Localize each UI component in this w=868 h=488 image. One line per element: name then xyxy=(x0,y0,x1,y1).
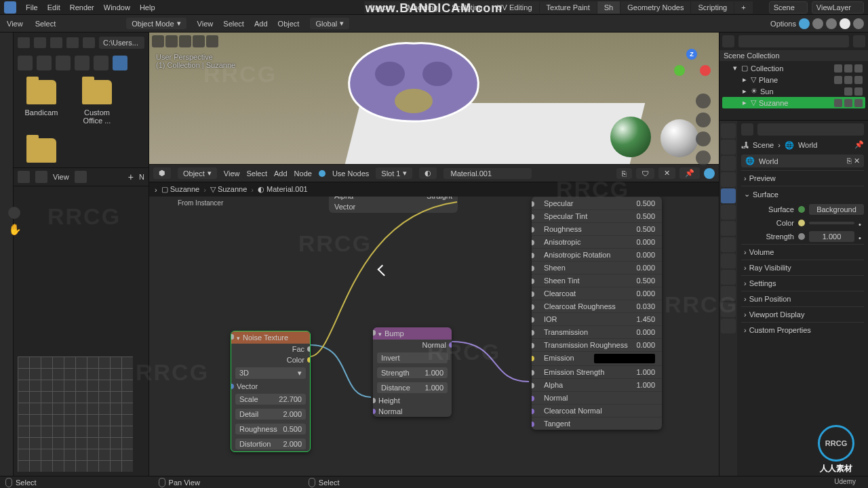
slot-selector[interactable]: Slot 1▾ xyxy=(376,167,412,179)
tab-sculpting[interactable]: Sculpting xyxy=(445,1,489,14)
node-editor-type[interactable]: ⬢ xyxy=(153,167,171,179)
tool-select-circle-icon[interactable] xyxy=(179,35,191,47)
tab-uv[interactable]: UV Editing xyxy=(490,1,539,14)
scene-collection-row[interactable]: Scene Collection xyxy=(719,50,868,61)
image-new-button[interactable]: + xyxy=(128,171,134,182)
editor-type-icon[interactable] xyxy=(18,171,30,183)
tab-geometry[interactable]: Geometry Nodes xyxy=(620,1,690,14)
tab-add[interactable]: + xyxy=(734,1,752,14)
modifier-icon[interactable] xyxy=(834,76,842,84)
menu-edit[interactable]: Edit xyxy=(47,3,60,12)
view-menu-file-left[interactable]: View xyxy=(4,18,26,29)
section-custom[interactable]: Custom Properties xyxy=(741,322,864,338)
collection-row[interactable]: ▾▢Collection xyxy=(722,62,865,74)
sort-icon[interactable] xyxy=(75,56,90,70)
modifier-icon[interactable] xyxy=(834,99,842,107)
noise-dim-field[interactable]: 3D▾ xyxy=(235,367,306,379)
blender-logo-icon[interactable] xyxy=(4,1,16,14)
hdri-preview-sphere[interactable] xyxy=(610,117,651,157)
sun-row[interactable]: ▸☀Sun xyxy=(722,85,865,97)
gizmo-z-axis[interactable]: Z xyxy=(686,49,697,60)
folder-item[interactable]: Custom Office ... xyxy=(76,80,118,125)
node-principled-bsdf[interactable]: Specular0.500 Specular Tint0.500 Roughne… xyxy=(532,197,662,430)
node-menu-add[interactable]: Add xyxy=(274,169,288,178)
tab-texture-icon[interactable] xyxy=(721,319,736,333)
eye-icon[interactable] xyxy=(844,76,852,84)
vp-menu-object[interactable]: Object xyxy=(274,18,304,29)
eye-icon[interactable] xyxy=(844,87,852,96)
3d-viewport[interactable]: User Perspective (1) Collection | Suzann… xyxy=(149,33,719,165)
surface-shader-field[interactable]: Background xyxy=(809,204,864,215)
mat-unlink-icon[interactable]: ✕ xyxy=(658,167,675,179)
vp-menu-add[interactable]: Add xyxy=(250,18,272,29)
image-mode-icon[interactable] xyxy=(35,171,47,183)
outliner-type-icon[interactable] xyxy=(722,35,734,47)
crumb-object[interactable]: ▢ Suzanne xyxy=(161,185,200,194)
path-field[interactable]: C:\Users... xyxy=(99,37,144,49)
tab-world-icon[interactable] xyxy=(721,188,736,203)
tab-viewlayer-icon[interactable] xyxy=(721,156,736,171)
section-volume[interactable]: Volume xyxy=(741,244,864,260)
hand-pan-icon[interactable]: ✋ xyxy=(8,223,22,236)
mat-pin-icon[interactable]: 📌 xyxy=(679,167,700,179)
section-surface[interactable]: Surface xyxy=(741,186,864,202)
tab-scripting[interactable]: Scripting xyxy=(691,1,734,14)
mat-fake-user-icon[interactable]: 🛡 xyxy=(636,168,654,179)
refresh-icon[interactable] xyxy=(66,37,79,48)
excl-checkbox-icon[interactable] xyxy=(834,64,842,73)
bump-invert-toggle[interactable]: Invert xyxy=(377,352,448,363)
tab-texture-paint[interactable]: Texture Paint xyxy=(540,1,597,14)
props-type-icon[interactable] xyxy=(741,123,753,136)
world-strength-field[interactable]: 1.000 xyxy=(809,231,854,242)
persp-toggle-icon[interactable] xyxy=(696,150,711,165)
node-editor-canvas[interactable]: From Instancer AlphaStraight Vector Nois… xyxy=(149,197,719,476)
forward-icon[interactable] xyxy=(34,37,46,48)
camera-icon[interactable] xyxy=(854,99,863,107)
gizmo-y-axis[interactable] xyxy=(674,65,685,76)
zoom-viewport-icon[interactable] xyxy=(696,94,711,108)
search-icon[interactable] xyxy=(18,56,33,70)
tab-render-icon[interactable] xyxy=(721,123,736,138)
suzanne-row[interactable]: ▸▽Suzanne xyxy=(722,97,865,108)
material-name-field[interactable]: Material.001 xyxy=(443,168,532,179)
select-menu-file-left[interactable]: Select xyxy=(33,18,59,29)
options-dropdown[interactable]: Options xyxy=(770,20,796,28)
folder-item[interactable] xyxy=(20,138,62,167)
vp-menu-select[interactable]: Select xyxy=(219,18,248,29)
tab-scene-icon[interactable] xyxy=(721,172,736,187)
display-settings-icon[interactable] xyxy=(94,56,108,70)
noise-detail-field[interactable]: Detail2.000 xyxy=(235,409,306,420)
node-menu-view[interactable]: View xyxy=(224,169,240,178)
tab-mesh-icon[interactable] xyxy=(721,286,736,301)
newfolder-icon[interactable] xyxy=(83,37,95,48)
tool-transform-icon[interactable] xyxy=(206,35,218,47)
shading-wire-icon[interactable] xyxy=(812,18,823,29)
orientation-selector[interactable]: Global▾ xyxy=(310,18,349,29)
world-datablock-field[interactable]: 🌐World⎘ ✕ xyxy=(741,155,864,167)
img-menu-view[interactable]: View xyxy=(53,173,69,181)
props-search-input[interactable] xyxy=(757,123,864,136)
menu-help[interactable]: Help xyxy=(140,3,155,12)
plane-row[interactable]: ▸▽Plane xyxy=(722,74,865,85)
menu-window[interactable]: Window xyxy=(104,3,130,12)
noise-dist-field[interactable]: Distortion2.000 xyxy=(235,439,306,449)
section-ray[interactable]: Ray Visibility xyxy=(741,260,864,275)
mat-users-icon[interactable]: ⎘ xyxy=(616,168,632,179)
node-noise-texture[interactable]: Noise Texture Fac Color 3D▾ Vector Scale… xyxy=(231,331,311,452)
tab-modeling[interactable]: Modeling xyxy=(401,1,445,14)
gizmo-x-axis[interactable] xyxy=(700,65,711,76)
viewlayer-field[interactable]: ViewLayer xyxy=(812,1,864,14)
shading-rendered-icon[interactable] xyxy=(853,18,864,29)
image-canvas[interactable]: ✋ xyxy=(14,186,149,476)
tab-constraints-icon[interactable] xyxy=(721,270,736,285)
world-color-field[interactable] xyxy=(809,222,854,224)
outliner-filter-icon[interactable] xyxy=(853,35,865,47)
tab-physics-icon[interactable] xyxy=(721,253,736,268)
tool-select-box-icon[interactable] xyxy=(165,35,178,47)
scene-field[interactable]: Scene xyxy=(769,1,808,14)
node-menu-node[interactable]: Node xyxy=(294,169,312,178)
tab-modifier-icon[interactable] xyxy=(721,221,736,236)
display-list-icon[interactable] xyxy=(37,56,52,70)
section-vpdisplay[interactable]: Viewport Display xyxy=(741,306,864,322)
vp-menu-view[interactable]: View xyxy=(193,18,218,29)
